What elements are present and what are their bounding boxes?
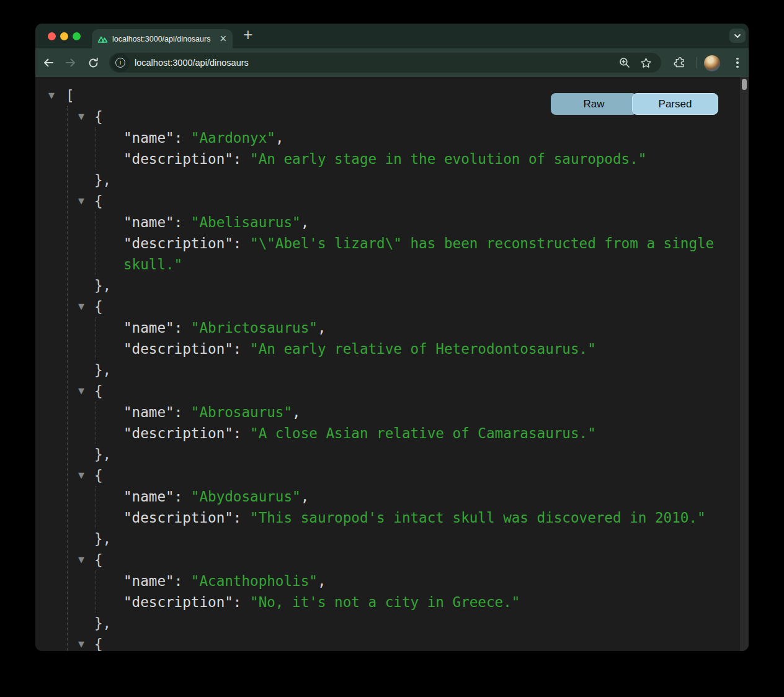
reload-button[interactable]	[86, 56, 100, 70]
object-close-line: },	[35, 169, 740, 191]
indent-guide	[96, 486, 96, 528]
description-field-line: "description": "No, it's not a city in G…	[35, 591, 740, 613]
comma: ,	[318, 320, 326, 336]
description-field-line: "description": "A close Asian relative o…	[35, 423, 740, 444]
object-open-line: ▼{	[35, 549, 740, 570]
object-fields: "name": "Aardonyx", "description": "An e…	[35, 127, 740, 169]
description-value: "This sauropod's intact skull was discov…	[250, 510, 706, 526]
extensions-button[interactable]	[672, 55, 687, 70]
forward-arrow-icon	[65, 56, 77, 69]
colon: :	[233, 341, 250, 357]
description-field-line: "description": "An early stage in the ev…	[35, 148, 740, 169]
key-description: "description"	[123, 341, 233, 357]
raw-button[interactable]: Raw	[551, 93, 637, 115]
description-field-line: "description": "An early relative of Het…	[35, 338, 740, 359]
tab-close-icon[interactable]: ×	[219, 34, 227, 43]
comma: ,	[292, 404, 301, 420]
scrollbar-thumb[interactable]	[742, 79, 747, 90]
site-info-chip[interactable]: i	[111, 53, 130, 72]
open-brace: {	[94, 552, 103, 568]
collapse-triangle-icon[interactable]: ▼	[78, 549, 84, 570]
name-value: "Abrictosaurus"	[191, 320, 318, 336]
name-value: "Acanthopholis"	[191, 573, 318, 589]
name-field-line: "name": "Acanthopholis",	[35, 570, 740, 591]
colon: :	[174, 488, 191, 505]
browser-menu-button[interactable]	[730, 55, 745, 70]
comma: ,	[301, 488, 310, 505]
new-tab-button[interactable]: +	[243, 27, 254, 42]
toolbar-divider	[696, 57, 697, 68]
colon: :	[233, 235, 250, 251]
parsed-button[interactable]: Parsed	[632, 93, 718, 115]
object-open-line: ▼{	[35, 380, 740, 402]
collapse-triangle-icon[interactable]: ▼	[78, 380, 84, 402]
open-brace: {	[94, 193, 103, 209]
open-brace: {	[94, 299, 103, 315]
browser-tab[interactable]: localhost:3000/api/dinosaurs ×	[92, 29, 233, 48]
profile-avatar[interactable]	[704, 55, 719, 70]
name-field-line: "name": "Abrosaurus",	[35, 402, 740, 423]
indent-guide	[96, 212, 96, 275]
tab-strip: localhost:3000/api/dinosaurs × +	[35, 24, 749, 48]
comma: ,	[301, 214, 310, 230]
name-field-line: "name": "Abelisaurus",	[35, 212, 740, 233]
back-button[interactable]	[42, 56, 55, 70]
collapse-triangle-icon[interactable]: ▼	[78, 465, 84, 486]
json-entry: ▼{ "name": "Abelisaurus", "description":…	[35, 191, 740, 296]
object-close-line: },	[35, 528, 740, 549]
object-open-line: ▼{	[35, 191, 740, 212]
colon: :	[233, 151, 250, 167]
bookmark-star-icon[interactable]	[639, 56, 653, 70]
open-brace: {	[94, 636, 103, 651]
chevron-down-icon	[734, 34, 741, 38]
forward-button[interactable]	[64, 56, 78, 70]
collapse-triangle-icon[interactable]: ▼	[78, 634, 84, 651]
colon: :	[233, 510, 250, 526]
close-window-button[interactable]	[48, 32, 56, 40]
indent-guide	[96, 570, 96, 613]
zoom-magnifier-icon[interactable]	[618, 56, 631, 69]
close-brace: },	[94, 446, 111, 462]
name-field-line: "name": "Abydosaurus",	[35, 486, 740, 507]
key-description: "description"	[123, 594, 233, 610]
object-close-line: },	[35, 444, 740, 465]
description-field-line: "description": "\"Abel's lizard\" has be…	[35, 233, 740, 275]
object-fields: "name": "Abelisaurus", "description": "\…	[35, 212, 740, 275]
key-name: "name"	[123, 214, 174, 230]
object-fields: "name": "Abrictosaurus", "description": …	[35, 317, 740, 359]
open-brace: {	[94, 109, 103, 125]
collapse-triangle-icon[interactable]: ▼	[78, 106, 84, 127]
url-text[interactable]: localhost:3000/api/dinosaurs	[135, 58, 249, 68]
minimize-window-button[interactable]	[60, 32, 68, 40]
tab-search-chevron-button[interactable]	[729, 29, 746, 43]
colon: :	[174, 404, 191, 420]
address-bar[interactable]: i localhost:3000/api/dinosaurs	[109, 53, 661, 73]
object-open-line: ▼{	[35, 634, 740, 651]
page-content: Raw Parsed ▼[ ▼{ "name": "Aardonyx", "de…	[35, 77, 749, 651]
description-value: "An early relative of Heterodontosaurus.…	[250, 341, 596, 357]
close-brace: },	[94, 531, 111, 547]
avatar-image	[704, 55, 720, 71]
colon: :	[174, 130, 191, 146]
collapse-triangle-icon[interactable]: ▼	[78, 191, 84, 212]
object-fields: "name": "Acanthopholis", "description": …	[35, 570, 740, 613]
collapse-triangle-icon[interactable]: ▼	[78, 296, 84, 317]
json-entry: ▼{ "name": "Acanthopholis", "description…	[35, 549, 740, 634]
json-entry: ▼{ "name": "Abydosaurus", "description":…	[35, 465, 740, 549]
comma: ,	[275, 130, 284, 146]
close-brace: },	[94, 172, 111, 188]
scrollbar-track[interactable]	[740, 77, 749, 651]
close-brace: },	[94, 615, 111, 631]
colon: :	[174, 573, 191, 589]
name-field-line: "name": "Abrictosaurus",	[35, 317, 740, 338]
collapse-triangle-icon[interactable]: ▼	[48, 85, 55, 106]
maximize-window-button[interactable]	[73, 32, 81, 40]
key-name: "name"	[123, 130, 174, 146]
indent-guide	[96, 127, 96, 169]
root-bracket: [	[66, 88, 74, 104]
indent-guide	[96, 317, 96, 359]
indent-guide	[96, 402, 96, 444]
name-value: "Abrosaurus"	[191, 404, 292, 420]
object-close-line: },	[35, 275, 740, 296]
key-name: "name"	[123, 488, 174, 505]
